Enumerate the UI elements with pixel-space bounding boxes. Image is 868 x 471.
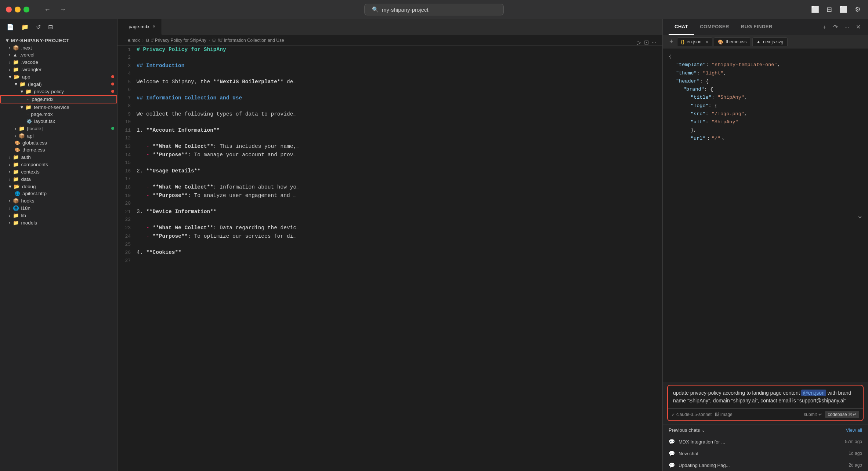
view-all-button[interactable]: View all — [846, 427, 862, 433]
sidebar-item-data[interactable]: › 📁 data — [0, 175, 117, 183]
sidebar-item-legal[interactable]: ▾ 📁 (legal) — [0, 80, 117, 88]
chat-history-item-new[interactable]: 💬 New chat 1d ago — [663, 448, 868, 459]
sidebar-left-icon[interactable]: ⬜ — [810, 4, 821, 15]
tab-close-icon[interactable]: ✕ — [152, 24, 156, 29]
sidebar-item-privacy-policy[interactable]: ▾ 📁 privacy-policy — [0, 88, 117, 95]
maximize-button[interactable] — [23, 7, 29, 12]
code-line-2: 2 — [117, 54, 662, 62]
sidebar-item-label: app — [22, 74, 30, 80]
sidebar-item-api[interactable]: › 📦 api — [0, 132, 117, 139]
split-editor-icon[interactable]: ⊡ — [644, 39, 649, 46]
new-chat-icon[interactable]: + — [821, 22, 828, 32]
file-tab-theme-css[interactable]: 🎨 theme.css — [714, 37, 751, 46]
sidebar-item-terms-of-service[interactable]: ▾ 📁 terms-of-service — [0, 103, 117, 111]
editor-content[interactable]: 1 # Privacy Policy for ShipAny 2 3 ## In… — [117, 45, 662, 471]
history-icon[interactable]: ↷ — [832, 22, 839, 32]
json-line: "src": "/logo.png", — [691, 110, 862, 118]
add-file-tab-button[interactable]: + — [667, 38, 676, 45]
breadcrumb-h2: ## Information Collection and Use — [218, 38, 284, 43]
folder-icon: 📁 — [25, 104, 32, 110]
close-icon[interactable]: ✕ — [854, 22, 862, 32]
prev-chats-toggle[interactable]: Previous chats ⌄ — [669, 427, 705, 433]
more-options-icon[interactable]: ··· — [843, 22, 851, 32]
forward-button[interactable]: → — [57, 4, 69, 15]
sidebar-item-hooks[interactable]: › 📦 hooks — [0, 197, 117, 204]
sidebar-item-i18n[interactable]: › 🌐 i18n — [0, 204, 117, 212]
project-header[interactable]: ▾ MY-SHIPANY-PROJECT — [0, 37, 117, 44]
project-name: MY-SHIPANY-PROJECT — [11, 38, 70, 43]
chat-history-item-mdx[interactable]: 💬 MDX Integration for ... 57m ago — [663, 436, 868, 448]
sidebar-item-apitest-http[interactable]: 🌐 apitest.http — [0, 190, 117, 197]
sidebar-item-globals-css[interactable]: 🎨 globals.css — [0, 139, 117, 146]
image-label: image — [720, 412, 733, 417]
sidebar-item-label: .wrangler — [21, 67, 42, 72]
run-icon[interactable]: ▷ — [637, 39, 641, 46]
tab-chat[interactable]: CHAT — [669, 19, 694, 35]
file-tab-nextjs-svg[interactable]: ▲ nextjs.svg — [752, 37, 788, 46]
sidebar-item-debug[interactable]: ▾ 📂 debug — [0, 183, 117, 190]
back-button[interactable]: ← — [41, 4, 54, 15]
file-icon: 🎨 — [15, 147, 20, 153]
sidebar-item-vscode[interactable]: › 📁 .vscode — [0, 58, 117, 66]
close-button[interactable] — [6, 7, 12, 12]
sidebar-item-components[interactable]: › 📁 components — [0, 161, 117, 168]
chat-input-text[interactable]: update privacy-policy according to landi… — [668, 386, 863, 408]
sidebar-item-page-mdx-2[interactable]: ·· page.mdx — [0, 111, 117, 118]
sidebar-item-lib[interactable]: › 📁 lib — [0, 212, 117, 219]
minimize-button[interactable] — [15, 7, 21, 12]
sidebar-item-models[interactable]: › 📁 models — [0, 219, 117, 226]
sidebar-right-icon[interactable]: ⬜ — [838, 4, 849, 15]
sidebar-item-locale[interactable]: › 📁 [locale] — [0, 125, 117, 132]
sidebar-item-app[interactable]: ▾ 📂 app — [0, 73, 117, 80]
sidebar-item-label: data — [21, 176, 31, 182]
chevron-right-icon: › — [9, 154, 11, 160]
sidebar-item-wrangler[interactable]: › 📁 .wrangler — [0, 66, 117, 73]
submit-button[interactable]: submit ↵ — [804, 412, 822, 417]
traffic-lights — [6, 7, 29, 12]
sidebar-item-auth[interactable]: › 📁 auth — [0, 153, 117, 161]
file-tab-close-icon[interactable]: ✕ — [705, 40, 708, 44]
code-line-19: 19 - **Purpose**: To analyze user engage… — [117, 191, 662, 200]
refresh-icon[interactable]: ↺ — [34, 22, 43, 32]
sidebar-item-page-mdx-active[interactable]: ·· page.mdx — [0, 95, 117, 103]
image-button[interactable]: 🖼 image — [715, 412, 733, 417]
new-folder-icon[interactable]: 📁 — [19, 22, 31, 32]
json-viewer[interactable]: { "template": "shipany-template-one", "t… — [663, 48, 868, 382]
new-file-icon[interactable]: 📄 — [4, 22, 16, 32]
svg-file-icon: ▲ — [756, 39, 761, 44]
settings-icon[interactable]: ⚙ — [853, 4, 862, 15]
search-bar[interactable]: 🔍 my-shipany-project — [364, 4, 504, 15]
chat-input-area[interactable]: update privacy-policy according to landi… — [667, 385, 864, 421]
editor-actions: ▷ ⊡ ··· — [637, 35, 657, 49]
collapse-all-icon[interactable]: ⊟ — [46, 22, 55, 32]
file-tab-label: nextjs.svg — [763, 39, 784, 44]
tab-page-mdx[interactable]: ·· page.mdx ✕ — [117, 19, 162, 35]
chevron-down-icon: ▾ — [6, 37, 9, 43]
chat-title: New chat — [679, 451, 845, 456]
folder-icon: 📁 — [13, 161, 19, 167]
chat-history-item-updating[interactable]: 💬 Updating Landing Pag... 2d ago — [663, 459, 868, 471]
tab-bug-finder[interactable]: BUG FINDER — [735, 19, 778, 35]
sidebar-item-layout-tsx[interactable]: ⚙️ layout.tsx — [0, 118, 117, 125]
scroll-down-icon[interactable]: ⌄ — [858, 209, 862, 221]
badge-dot — [111, 127, 114, 130]
layout-icon[interactable]: ⊟ — [825, 4, 833, 15]
badge-dot — [111, 83, 114, 85]
sidebar-item-label: (legal) — [28, 81, 42, 87]
more-actions-icon[interactable]: ··· — [652, 39, 657, 45]
expand-chevron-icon[interactable]: ⌄ — [722, 135, 724, 142]
sidebar-item-label: i18n — [21, 205, 31, 211]
sidebar-item-contexts[interactable]: › 📁 contexts — [0, 168, 117, 175]
folder-icon: 📁 — [19, 81, 26, 87]
tab-composer[interactable]: COMPOSER — [694, 19, 735, 35]
codebase-button[interactable]: codebase ⌘↵ — [825, 411, 859, 418]
sidebar-item-vercel[interactable]: › ▲ .vercel — [0, 51, 117, 58]
sidebar-item-theme-css[interactable]: 🎨 theme.css — [0, 146, 117, 153]
folder-icon: 📁 — [25, 88, 32, 94]
sidebar-item-next[interactable]: › 📦 .next — [0, 44, 117, 51]
file-tab-en-json[interactable]: {} en.json ✕ — [677, 37, 712, 46]
folder-icon: 📁 — [13, 154, 19, 160]
chat-input-mention[interactable]: @en.json — [801, 390, 826, 396]
sidebar-content: ▾ MY-SHIPANY-PROJECT › 📦 .next › ▲ .verc… — [0, 35, 117, 471]
breadcrumb-part-1: ·· — [123, 38, 126, 43]
